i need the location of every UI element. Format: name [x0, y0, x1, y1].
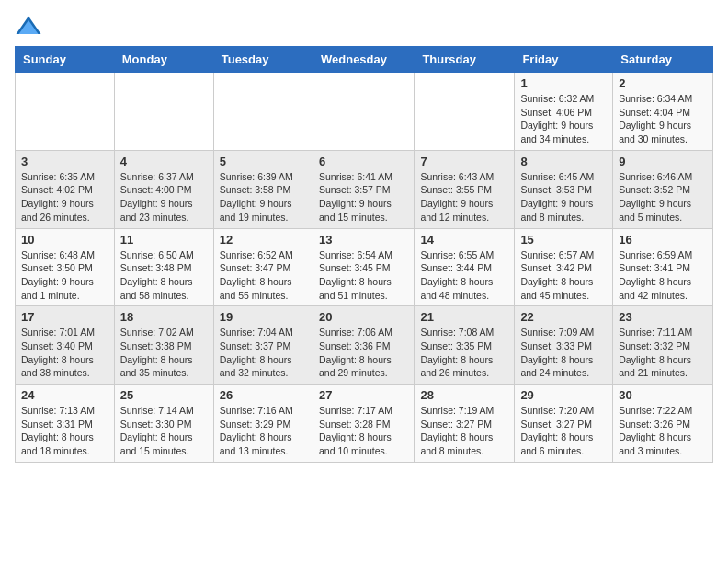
day-info: Sunrise: 6:37 AMSunset: 4:00 PMDaylight:…	[120, 170, 208, 224]
weekday-header-row: SundayMondayTuesdayWednesdayThursdayFrid…	[16, 47, 713, 73]
day-number: 17	[21, 310, 108, 324]
weekday-header-sunday: Sunday	[16, 47, 115, 73]
calendar-cell: 5Sunrise: 6:39 AMSunset: 3:58 PMDaylight…	[213, 150, 313, 228]
day-info: Sunrise: 7:20 AMSunset: 3:27 PMDaylight:…	[520, 404, 607, 458]
day-info: Sunrise: 6:46 AMSunset: 3:52 PMDaylight:…	[619, 170, 707, 224]
calendar-cell: 14Sunrise: 6:55 AMSunset: 3:44 PMDayligh…	[415, 228, 515, 306]
day-number: 4	[120, 155, 208, 168]
calendar-cell: 19Sunrise: 7:04 AMSunset: 3:37 PMDayligh…	[213, 306, 313, 385]
calendar-cell: 9Sunrise: 6:46 AMSunset: 3:52 PMDaylight…	[613, 150, 713, 228]
day-number: 27	[319, 388, 408, 402]
day-info: Sunrise: 6:32 AMSunset: 4:06 PMDaylight:…	[520, 92, 607, 146]
calendar-cell: 20Sunrise: 7:06 AMSunset: 3:36 PMDayligh…	[313, 306, 414, 385]
calendar-week-3: 10Sunrise: 6:48 AMSunset: 3:50 PMDayligh…	[16, 228, 713, 306]
day-info: Sunrise: 6:59 AMSunset: 3:41 PMDaylight:…	[619, 248, 707, 303]
day-info: Sunrise: 7:06 AMSunset: 3:36 PMDaylight:…	[319, 326, 408, 380]
day-number: 26	[220, 388, 307, 402]
weekday-header-monday: Monday	[114, 47, 213, 73]
calendar-table: SundayMondayTuesdayWednesdayThursdayFrid…	[15, 46, 713, 463]
day-number: 1	[520, 76, 607, 90]
day-info: Sunrise: 6:50 AMSunset: 3:48 PMDaylight:…	[120, 248, 208, 303]
calendar-cell: 15Sunrise: 6:57 AMSunset: 3:42 PMDayligh…	[515, 228, 613, 306]
day-number: 13	[319, 233, 408, 247]
weekday-header-thursday: Thursday	[415, 47, 515, 73]
day-info: Sunrise: 6:45 AMSunset: 3:53 PMDaylight:…	[520, 170, 607, 224]
day-number: 3	[21, 155, 108, 168]
calendar-cell: 11Sunrise: 6:50 AMSunset: 3:48 PMDayligh…	[114, 228, 213, 306]
day-info: Sunrise: 7:08 AMSunset: 3:35 PMDaylight:…	[420, 326, 508, 380]
day-number: 10	[21, 233, 108, 247]
day-info: Sunrise: 6:43 AMSunset: 3:55 PMDaylight:…	[420, 170, 508, 224]
calendar-cell	[114, 73, 213, 151]
day-number: 6	[319, 155, 408, 168]
day-info: Sunrise: 6:54 AMSunset: 3:45 PMDaylight:…	[319, 248, 408, 303]
calendar-cell: 10Sunrise: 6:48 AMSunset: 3:50 PMDayligh…	[16, 228, 115, 306]
calendar-cell	[313, 73, 414, 151]
calendar-cell: 4Sunrise: 6:37 AMSunset: 4:00 PMDaylight…	[114, 150, 213, 228]
day-info: Sunrise: 6:57 AMSunset: 3:42 PMDaylight:…	[520, 248, 607, 303]
day-number: 20	[319, 310, 408, 324]
day-info: Sunrise: 6:34 AMSunset: 4:04 PMDaylight:…	[619, 92, 707, 146]
day-info: Sunrise: 7:11 AMSunset: 3:32 PMDaylight:…	[619, 326, 707, 380]
calendar-cell: 17Sunrise: 7:01 AMSunset: 3:40 PMDayligh…	[16, 306, 115, 385]
day-number: 19	[220, 310, 307, 324]
day-info: Sunrise: 7:04 AMSunset: 3:37 PMDaylight:…	[220, 326, 307, 380]
calendar-cell: 27Sunrise: 7:17 AMSunset: 3:28 PMDayligh…	[313, 385, 414, 463]
weekday-header-wednesday: Wednesday	[313, 47, 414, 73]
calendar-cell: 6Sunrise: 6:41 AMSunset: 3:57 PMDaylight…	[313, 150, 414, 228]
calendar-cell: 1Sunrise: 6:32 AMSunset: 4:06 PMDaylight…	[515, 73, 613, 151]
calendar-cell	[415, 73, 515, 151]
calendar-cell: 13Sunrise: 6:54 AMSunset: 3:45 PMDayligh…	[313, 228, 414, 306]
calendar-week-4: 17Sunrise: 7:01 AMSunset: 3:40 PMDayligh…	[16, 306, 713, 385]
day-number: 29	[520, 388, 607, 402]
day-info: Sunrise: 7:22 AMSunset: 3:26 PMDaylight:…	[619, 404, 707, 458]
day-number: 30	[619, 388, 707, 402]
calendar-cell: 2Sunrise: 6:34 AMSunset: 4:04 PMDaylight…	[613, 73, 713, 151]
day-info: Sunrise: 7:16 AMSunset: 3:29 PMDaylight:…	[220, 404, 307, 458]
weekday-header-friday: Friday	[515, 47, 613, 73]
weekday-header-saturday: Saturday	[613, 47, 713, 73]
day-number: 5	[220, 155, 307, 168]
calendar-cell: 25Sunrise: 7:14 AMSunset: 3:30 PMDayligh…	[114, 385, 213, 463]
day-info: Sunrise: 6:52 AMSunset: 3:47 PMDaylight:…	[220, 248, 307, 303]
logo	[15, 15, 46, 37]
day-number: 12	[220, 233, 307, 247]
day-info: Sunrise: 7:09 AMSunset: 3:33 PMDaylight:…	[520, 326, 607, 380]
calendar-cell: 7Sunrise: 6:43 AMSunset: 3:55 PMDaylight…	[415, 150, 515, 228]
day-number: 15	[520, 233, 607, 247]
day-info: Sunrise: 6:55 AMSunset: 3:44 PMDaylight:…	[420, 248, 508, 303]
calendar-cell: 21Sunrise: 7:08 AMSunset: 3:35 PMDayligh…	[415, 306, 515, 385]
day-info: Sunrise: 7:01 AMSunset: 3:40 PMDaylight:…	[21, 326, 108, 380]
day-info: Sunrise: 6:48 AMSunset: 3:50 PMDaylight:…	[21, 248, 108, 303]
day-info: Sunrise: 6:39 AMSunset: 3:58 PMDaylight:…	[220, 170, 307, 224]
day-number: 11	[120, 233, 208, 247]
day-info: Sunrise: 7:02 AMSunset: 3:38 PMDaylight:…	[120, 326, 208, 380]
day-number: 8	[520, 155, 607, 168]
day-info: Sunrise: 6:41 AMSunset: 3:57 PMDaylight:…	[319, 170, 408, 224]
day-number: 25	[120, 388, 208, 402]
day-number: 18	[120, 310, 208, 324]
calendar-cell	[16, 73, 115, 151]
weekday-header-tuesday: Tuesday	[213, 47, 313, 73]
calendar-cell: 24Sunrise: 7:13 AMSunset: 3:31 PMDayligh…	[16, 385, 115, 463]
day-number: 14	[420, 233, 508, 247]
calendar-cell: 18Sunrise: 7:02 AMSunset: 3:38 PMDayligh…	[114, 306, 213, 385]
calendar-week-1: 1Sunrise: 6:32 AMSunset: 4:06 PMDaylight…	[16, 73, 713, 151]
day-info: Sunrise: 7:19 AMSunset: 3:27 PMDaylight:…	[420, 404, 508, 458]
calendar-week-2: 3Sunrise: 6:35 AMSunset: 4:02 PMDaylight…	[16, 150, 713, 228]
day-number: 2	[619, 76, 707, 90]
calendar-cell: 30Sunrise: 7:22 AMSunset: 3:26 PMDayligh…	[613, 385, 713, 463]
page-header	[15, 15, 713, 37]
day-number: 22	[520, 310, 607, 324]
day-number: 24	[21, 388, 108, 402]
calendar-cell: 3Sunrise: 6:35 AMSunset: 4:02 PMDaylight…	[16, 150, 115, 228]
calendar-cell	[213, 73, 313, 151]
calendar-cell: 8Sunrise: 6:45 AMSunset: 3:53 PMDaylight…	[515, 150, 613, 228]
day-info: Sunrise: 7:13 AMSunset: 3:31 PMDaylight:…	[21, 404, 108, 458]
day-number: 9	[619, 155, 707, 168]
calendar-cell: 26Sunrise: 7:16 AMSunset: 3:29 PMDayligh…	[213, 385, 313, 463]
calendar-cell: 12Sunrise: 6:52 AMSunset: 3:47 PMDayligh…	[213, 228, 313, 306]
day-number: 7	[420, 155, 508, 168]
day-number: 21	[420, 310, 508, 324]
calendar-week-5: 24Sunrise: 7:13 AMSunset: 3:31 PMDayligh…	[16, 385, 713, 463]
